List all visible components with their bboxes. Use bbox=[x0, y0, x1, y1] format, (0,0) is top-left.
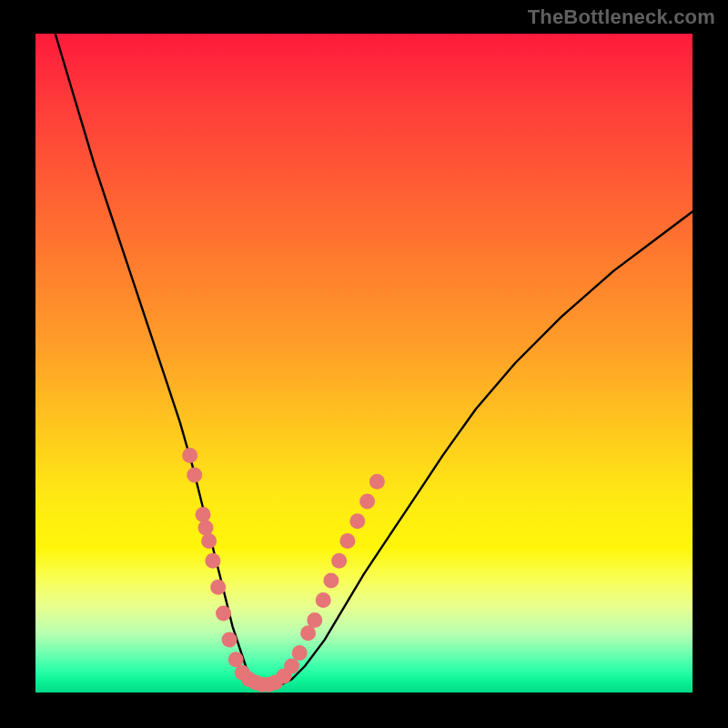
data-point bbox=[323, 572, 339, 588]
data-point bbox=[182, 448, 197, 463]
data-point bbox=[300, 625, 316, 641]
data-point bbox=[307, 612, 322, 628]
data-point bbox=[222, 632, 238, 648]
data-point bbox=[198, 521, 214, 536]
chart-frame: TheBottleneck.com bbox=[0, 0, 728, 728]
data-point bbox=[359, 494, 375, 510]
data-point bbox=[339, 533, 355, 549]
data-point bbox=[349, 513, 365, 529]
data-point bbox=[292, 645, 308, 661]
data-point bbox=[196, 507, 211, 522]
data-point bbox=[284, 659, 299, 674]
watermark-text: TheBottleneck.com bbox=[528, 5, 715, 29]
data-point bbox=[331, 553, 347, 569]
data-point bbox=[201, 533, 217, 549]
data-point bbox=[316, 592, 331, 608]
data-point bbox=[369, 474, 385, 490]
data-point bbox=[228, 652, 244, 667]
highlighted-points-group bbox=[182, 448, 385, 693]
data-point bbox=[216, 606, 231, 622]
data-point bbox=[205, 553, 220, 569]
bottleneck-curve bbox=[56, 34, 693, 686]
data-point bbox=[187, 468, 202, 483]
data-point bbox=[210, 580, 226, 595]
chart-overlay bbox=[35, 34, 693, 693]
